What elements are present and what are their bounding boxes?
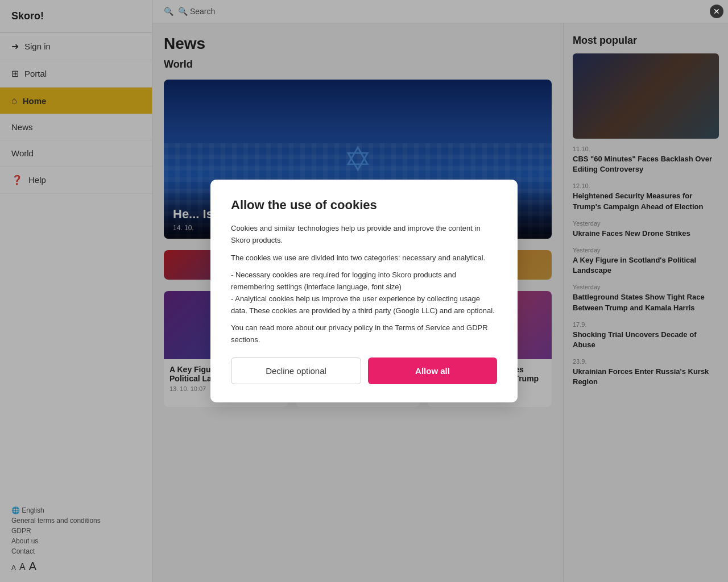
cookie-modal-overlay: Allow the use of cookies Cookies and sim…	[0, 0, 728, 582]
cookie-body-p3: - Necessary cookies are required for log…	[231, 269, 497, 317]
allow-all-button[interactable]: Allow all	[368, 357, 497, 384]
cookie-modal-buttons: Decline optional Allow all	[231, 357, 497, 384]
cookie-modal-body: Cookies and similar technologies help us…	[231, 223, 497, 346]
decline-optional-button[interactable]: Decline optional	[231, 357, 361, 384]
close-button[interactable]: ✕	[710, 5, 723, 18]
cookie-body-p2: The cookies we use are divided into two …	[231, 252, 497, 264]
cookie-modal: Allow the use of cookies Cookies and sim…	[210, 180, 518, 402]
cookie-modal-title: Allow the use of cookies	[231, 198, 497, 213]
cookie-body-p4: You can read more about our privacy poli…	[231, 322, 497, 346]
cookie-body-p1: Cookies and similar technologies help us…	[231, 223, 497, 247]
